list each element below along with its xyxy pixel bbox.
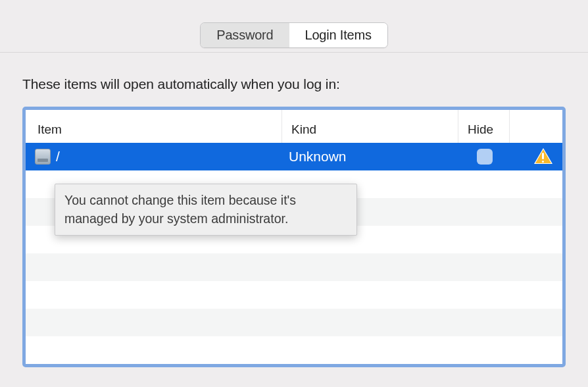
- table-header: Item Kind Hide: [26, 110, 562, 143]
- managed-item-tooltip: You cannot change this item because it's…: [55, 184, 357, 236]
- tab-group: Password Login Items: [200, 22, 387, 48]
- login-items-table[interactable]: Item Kind Hide / Unknown: [22, 107, 566, 367]
- description-label: These items will open automatically when…: [22, 76, 566, 92]
- cell-warning: [510, 148, 562, 165]
- warning-icon: [533, 148, 553, 165]
- tab-password[interactable]: Password: [201, 23, 289, 47]
- tab-bar: Password Login Items: [0, 0, 588, 48]
- divider: [0, 52, 588, 53]
- column-header-item[interactable]: Item: [26, 110, 282, 143]
- table-row-empty: [26, 336, 562, 364]
- cell-kind: Unknown: [282, 149, 458, 165]
- table-body: / Unknown: [26, 143, 562, 364]
- table-row-empty: [26, 253, 562, 281]
- table-row-empty: [26, 281, 562, 309]
- tab-login-items[interactable]: Login Items: [289, 23, 387, 47]
- table-row-empty: [26, 309, 562, 336]
- cell-item: /: [26, 149, 282, 165]
- column-header-kind[interactable]: Kind: [282, 110, 458, 143]
- item-name: /: [56, 149, 60, 165]
- hide-checkbox[interactable]: [477, 149, 493, 165]
- column-header-hide[interactable]: Hide: [458, 110, 510, 143]
- table-row[interactable]: / Unknown: [26, 143, 562, 170]
- volume-icon: [35, 149, 51, 165]
- cell-hide: [458, 149, 510, 165]
- column-header-spacer: [510, 110, 562, 143]
